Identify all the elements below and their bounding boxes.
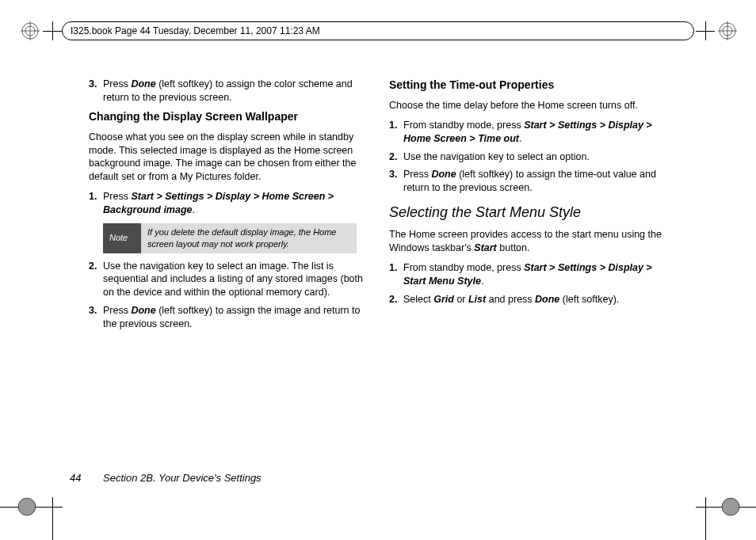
ui-term: Grid (433, 294, 454, 305)
solid-circle-icon (17, 497, 36, 516)
ui-path: Start > Settings > Display > Home Screen… (103, 191, 334, 215)
list-item: 3. Press Done (left softkey) to assign t… (89, 304, 365, 331)
step-text: Press (103, 78, 131, 89)
ui-term: Start (474, 242, 496, 253)
ui-term: Done (131, 78, 155, 89)
step-text: . (193, 204, 195, 215)
note-label: Note (103, 223, 141, 253)
step-text: Select (403, 294, 433, 305)
crop-line (52, 21, 53, 40)
step-number: 3. (389, 168, 397, 181)
list-item: 2. Select Grid or List and press Done (l… (389, 293, 666, 306)
page-number: 44 (70, 472, 81, 484)
note-box: Note If you delete the default display i… (103, 223, 357, 253)
right-column: Setting the Time-out Properties Choose t… (389, 78, 666, 473)
note-text: If you delete the default display image,… (141, 223, 357, 253)
step-text: Press (103, 305, 131, 316)
step-text: From standby mode, press (403, 120, 524, 131)
step-number: 3. (89, 78, 97, 91)
left-column: 3. Press Done (left softkey) to assign t… (89, 78, 365, 473)
registration-mark-icon (21, 21, 40, 40)
step-text: and press (486, 294, 535, 305)
step-text: . (519, 133, 521, 144)
ui-term: List (468, 294, 486, 305)
list-item: 1. From standby mode, press Start > Sett… (389, 261, 666, 288)
crop-line (705, 21, 706, 40)
page-footer: 44 Section 2B. Your Device's Settings (70, 472, 262, 484)
content-area: 3. Press Done (left softkey) to assign t… (89, 78, 666, 473)
step-number: 2. (389, 293, 397, 306)
list-item: 2. Use the navigation key to select an o… (389, 150, 666, 164)
step-text: Use the navigation key to select an opti… (403, 151, 590, 162)
section-title: Section 2B. Your Device's Settings (103, 472, 262, 484)
step-text: Press (403, 169, 431, 180)
doc-header-text: I325.book Page 44 Tuesday, December 11, … (71, 25, 320, 36)
step-number: 1. (89, 190, 97, 203)
crop-line (705, 497, 706, 540)
crop-line (52, 497, 53, 540)
step-text: Press (103, 191, 131, 202)
list-item: 1. Press Start > Settings > Display > Ho… (89, 190, 365, 217)
body-text: The Home screen provides access to the s… (389, 228, 666, 255)
step-number: 1. (389, 119, 397, 132)
heading-wallpaper: Changing the Display Screen Wallpaper (89, 109, 365, 124)
list-item: 1. From standby mode, press Start > Sett… (389, 119, 666, 146)
step-number: 2. (389, 150, 397, 164)
step-text: or (454, 294, 468, 305)
step-text: . (481, 276, 483, 287)
step-number: 2. (89, 260, 97, 273)
registration-mark-icon (718, 21, 737, 40)
body-text-part: button. (497, 242, 530, 253)
step-number: 1. (389, 261, 397, 275)
ui-term: Done (131, 305, 155, 316)
step-number: 3. (89, 304, 97, 318)
solid-circle-icon (721, 497, 740, 516)
svg-point-8 (18, 498, 36, 515)
doc-header: I325.book Page 44 Tuesday, December 11, … (62, 21, 694, 40)
body-text: Choose the time delay before the Home sc… (389, 99, 666, 112)
svg-point-9 (722, 498, 739, 515)
ui-term: Done (431, 169, 456, 180)
heading-start-menu: Selecting the Start Menu Style (389, 203, 666, 222)
body-text: Choose what you see on the display scree… (89, 131, 365, 184)
step-text: Use the navigation key to select an imag… (103, 260, 363, 299)
step-text: (left softkey). (559, 294, 619, 305)
step-text: From standby mode, press (403, 262, 524, 273)
list-item: 3. Press Done (left softkey) to assign t… (89, 78, 365, 105)
heading-timeout: Setting the Time-out Properties (389, 78, 666, 93)
list-item: 2. Use the navigation key to select an i… (89, 260, 365, 300)
list-item: 3. Press Done (left softkey) to assign t… (389, 168, 666, 195)
ui-term: Done (535, 294, 559, 305)
